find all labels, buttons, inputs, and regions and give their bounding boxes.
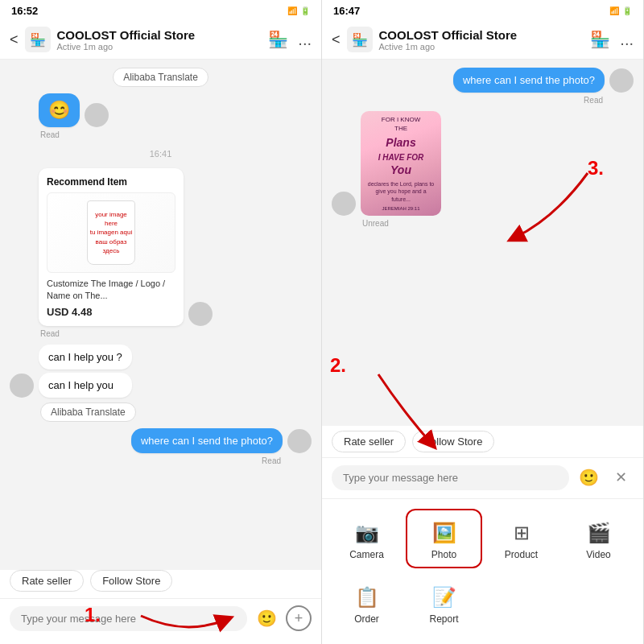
timestamp: 16:41 — [10, 149, 312, 159]
camera-label: Camera — [349, 549, 384, 560]
active-status-right: Active 1m ago — [379, 42, 584, 52]
avatar-user-right — [609, 68, 634, 93]
read-label-1: Read — [40, 130, 312, 139]
header-actions-left: 🏪 ... — [268, 30, 312, 49]
chat-header-left: < 🏪 COOLOST Official Store Active 1m ago… — [0, 20, 321, 60]
media-empty-2 — [560, 575, 637, 631]
media-grid: 📷 Camera 🖼️ Photo ⊞ Product 🎬 Video — [322, 498, 643, 575]
message-input-right[interactable] — [332, 465, 569, 490]
active-status-left: Active 1m ago — [57, 42, 262, 52]
store-icon-right: 🏪 — [347, 27, 373, 52]
rate-seller-btn-right[interactable]: Rate seller — [332, 431, 406, 452]
action-btns-right: Rate seller Follow Store — [322, 426, 643, 457]
photo-label: Photo — [431, 549, 456, 560]
read-label-right: Read — [332, 96, 603, 105]
seller-msg-1: can I help you ? — [39, 345, 132, 369]
emoji-bubble: 😊 — [39, 93, 80, 127]
order-icon: 📋 — [355, 586, 379, 609]
camera-icon: 📷 — [355, 522, 379, 544]
translate-btn-left[interactable]: Alibaba Translate — [113, 68, 208, 87]
product-icon: ⊞ — [514, 522, 530, 544]
more-options-right[interactable]: ... — [620, 31, 634, 49]
report-icon: 📝 — [432, 586, 456, 609]
read-label-2: Read — [40, 329, 312, 338]
card-price: USD 4.48 — [47, 306, 175, 318]
plus-btn-left[interactable]: + — [286, 605, 312, 631]
store-icon-action-right[interactable]: 🏪 — [590, 30, 610, 49]
image-msg-row: FOR I KNOWTHE PlansI HAVE FORYou declare… — [332, 111, 634, 216]
avatar-left-1 — [85, 103, 109, 127]
avatar-seller — [10, 374, 34, 398]
product-img: your imageheretu imagen aquiваш образзде… — [47, 192, 175, 273]
media-grid-row2: 📋 Order 📝 Report — [322, 575, 643, 644]
unread-label: Unread — [362, 219, 603, 228]
media-camera[interactable]: 📷 Camera — [328, 509, 405, 568]
report-label: Report — [429, 613, 458, 625]
user-msg-row: where can I send the photo? — [10, 428, 312, 453]
media-order[interactable]: 📋 Order — [328, 575, 405, 631]
video-label: Video — [586, 549, 610, 560]
media-report[interactable]: 📝 Report — [406, 575, 482, 631]
header-actions-right: 🏪 ... — [590, 30, 634, 49]
time-right: 16:47 — [333, 5, 360, 17]
status-icons-left: 📶 🔋 — [287, 6, 310, 15]
follow-store-btn-right[interactable]: Follow Store — [412, 431, 494, 452]
action-btns-left: Rate seller Follow Store — [0, 570, 321, 598]
status-icons-right: 📶 🔋 — [609, 6, 632, 15]
bag-shape: your imageheretu imagen aquiваш образзде… — [87, 200, 135, 265]
avatar-seller-right — [332, 192, 356, 216]
chat-header-right: < 🏪 COOLOST Official Store Active 1m ago… — [322, 20, 643, 60]
media-video[interactable]: 🎬 Video — [560, 509, 637, 568]
user-msg-right: where can I send the photo? — [453, 68, 605, 93]
media-photo[interactable]: 🖼️ Photo — [406, 509, 482, 568]
avatar-user-left — [287, 429, 312, 453]
read-label-3: Read — [10, 456, 281, 465]
photo-icon: 🖼️ — [432, 522, 456, 544]
img-text: your imageheretu imagen aquiваш образзде… — [90, 210, 132, 255]
media-product[interactable]: ⊞ Product — [483, 509, 559, 568]
follow-store-btn-left[interactable]: Follow Store — [90, 570, 172, 592]
seller-msgs: can I help you ? can I help you — [39, 345, 132, 398]
emoji-msg-row: 😊 — [10, 93, 312, 127]
seller-msg-2: can I help you — [39, 373, 132, 398]
input-bar-left: 🙂 + — [0, 598, 321, 644]
back-button-right[interactable]: < — [332, 31, 341, 48]
back-button-left[interactable]: < — [10, 31, 19, 48]
emoji-btn-right[interactable]: 🙂 — [576, 464, 601, 490]
header-title-left: COOLOST Official Store Active 1m ago — [57, 28, 262, 52]
avatar-left-2 — [188, 302, 213, 326]
chat-area-left: Alibaba Translate 😊 Read 16:41 — [0, 60, 321, 570]
order-label: Order — [354, 613, 379, 625]
time-left: 16:52 — [11, 5, 38, 17]
user-msg-bubble: where can I send the photo? — [131, 428, 283, 453]
book-content: FOR I KNOWTHE PlansI HAVE FORYou declare… — [361, 111, 441, 216]
image-bubble: FOR I KNOWTHE PlansI HAVE FORYou declare… — [361, 111, 441, 216]
card-desc: Customize The Image / Logo / Name on The… — [47, 278, 175, 303]
recommend-title: Recommend Item — [47, 176, 175, 188]
chat-area-right: where can I send the photo? Read FOR I K… — [322, 60, 643, 426]
user-msg-row-right: where can I send the photo? — [332, 68, 634, 93]
rate-seller-btn-left[interactable]: Rate seller — [10, 570, 84, 592]
message-input-left[interactable] — [10, 606, 247, 631]
store-name-right: COOLOST Official Store — [379, 28, 584, 42]
recommend-card: Recommend Item your imageheretu imagen a… — [39, 168, 184, 326]
translate-btn-left-2[interactable]: Alibaba Translate — [40, 402, 136, 422]
media-empty-1 — [483, 575, 559, 631]
close-btn-right[interactable]: ✕ — [608, 464, 634, 490]
video-icon: 🎬 — [587, 522, 611, 544]
more-options-left[interactable]: ... — [298, 31, 312, 49]
store-name-left: COOLOST Official Store — [57, 28, 262, 42]
header-title-right: COOLOST Official Store Active 1m ago — [379, 28, 584, 52]
status-bar-right: 16:47 📶 🔋 — [322, 0, 643, 20]
store-icon-left: 🏪 — [25, 27, 51, 52]
input-bar-right: 🙂 ✕ — [322, 457, 643, 498]
emoji-btn-left[interactable]: 🙂 — [254, 605, 279, 631]
product-label: Product — [505, 549, 538, 560]
store-icon-action-left[interactable]: 🏪 — [268, 30, 288, 49]
status-bar-left: 16:52 📶 🔋 — [0, 0, 321, 20]
seller-msg-row-1: can I help you ? can I help you — [10, 345, 312, 398]
recommend-row: Recommend Item your imageheretu imagen a… — [10, 168, 312, 326]
